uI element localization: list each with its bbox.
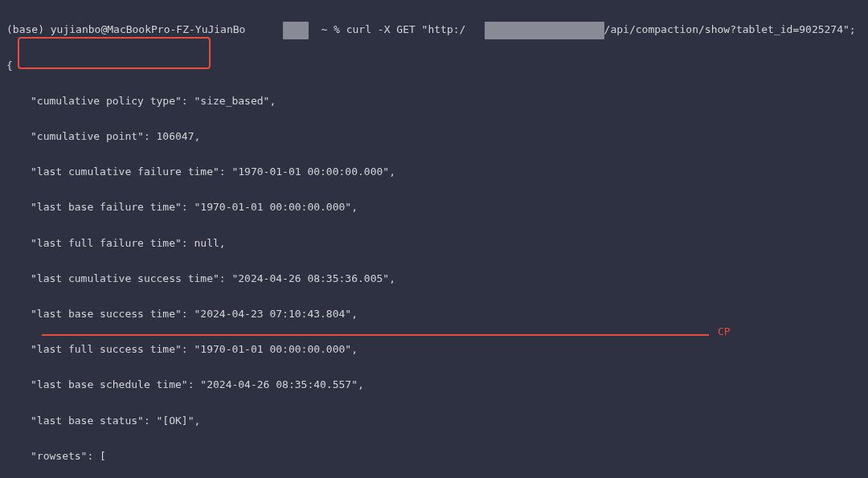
user-host: yujianbo@MacBookPro-FZ-YuJianBo — [51, 23, 246, 35]
json-field-cumulative-point: "cumulative point": 106047, — [6, 128, 862, 145]
prompt-line: (base) yujianbo@MacBookPro-FZ-YuJianBo ~… — [6, 21, 862, 39]
command-prefix: curl -X GET "http:/ — [346, 23, 466, 35]
json-field: "last base schedule time": "2024-04-26 0… — [6, 376, 862, 394]
json-field: "cumulative policy type": "size_based", — [6, 92, 862, 110]
json-field: "last cumulative failure time": "1970-01… — [6, 163, 862, 181]
redacted-block — [283, 22, 308, 39]
command-suffix: /api/compaction/show?tablet_id=9025274"; — [604, 23, 856, 35]
redacted-block — [465, 22, 484, 39]
json-field: "last base status": "[OK]", — [6, 412, 862, 430]
json-field: "last full failure time": null, — [6, 235, 862, 252]
json-field: "last base success time": "2024-04-23 07… — [6, 305, 862, 323]
terminal-output[interactable]: (base) yujianbo@MacBookPro-FZ-YuJianBo ~… — [6, 3, 862, 478]
prompt-sep: ~ % — [321, 23, 339, 35]
redacted-block — [245, 22, 276, 39]
json-field: "last full success time": "1970-01-01 00… — [6, 341, 862, 358]
json-open: { — [6, 57, 862, 75]
env-prefix: (base) — [6, 23, 44, 35]
json-rowsets-open: "rowsets": [ — [6, 447, 862, 465]
json-field: "last cumulative success time": "2024-04… — [6, 270, 862, 288]
redacted-block — [485, 22, 604, 39]
json-field: "last base failure time": "1970-01-01 00… — [6, 198, 862, 216]
